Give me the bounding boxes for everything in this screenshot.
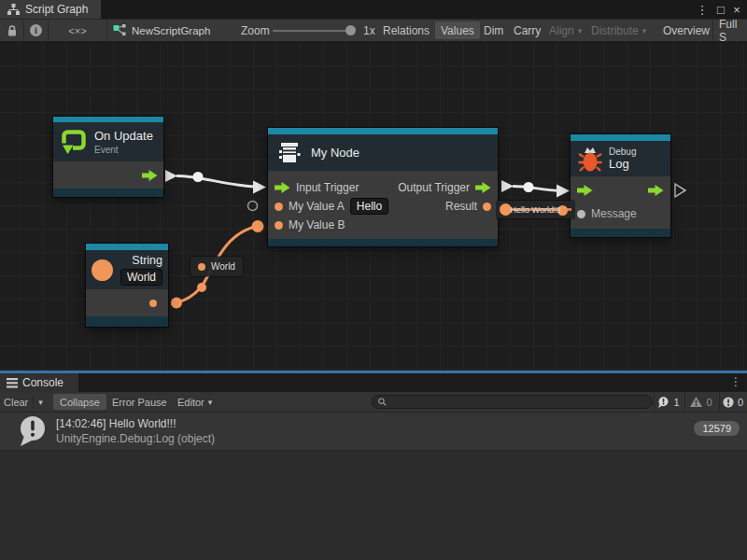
wire-start-triangle <box>501 180 514 192</box>
zoom-label: Zoom <box>241 20 270 41</box>
string-output-port[interactable] <box>149 300 157 307</box>
dim-button[interactable]: Dim <box>484 20 503 41</box>
lock-icon <box>7 24 18 37</box>
node-title: Log <box>609 157 636 171</box>
tab-title: Script Graph <box>25 3 88 16</box>
node-accent-strip <box>86 244 168 250</box>
button-divider <box>33 396 34 408</box>
node-title: On Update <box>94 129 153 143</box>
relations-button[interactable]: Relations <box>383 20 430 41</box>
wire-flow-dot <box>193 172 204 182</box>
warning-count-toggle[interactable]: 0 <box>684 392 717 412</box>
zoom-value: 1x <box>363 20 375 41</box>
input-trigger-port[interactable] <box>577 185 593 196</box>
control-wire-1[interactable] <box>176 175 254 187</box>
chevron-down-icon: ▾ <box>208 398 213 407</box>
wire-arrowhead <box>253 181 266 194</box>
distribute-button[interactable]: Distribute ▾ <box>591 20 646 41</box>
message-port[interactable] <box>577 210 585 218</box>
wire-value-text: World <box>211 261 235 272</box>
info-icon: i <box>30 24 42 36</box>
port-label-output-trigger: Output Trigger <box>398 181 470 194</box>
maximize-button[interactable]: □ <box>713 0 728 19</box>
graph-toolbar: i <×> NewScriptGraph Zoom 1x Relations V… <box>0 19 747 42</box>
search-icon <box>378 398 387 406</box>
string-value-input[interactable]: World <box>120 269 162 286</box>
error-count-toggle[interactable]: 0 <box>719 392 746 412</box>
control-wire-2[interactable] <box>513 187 560 191</box>
tab-script-graph[interactable]: Script Graph <box>0 0 101 19</box>
node-footer <box>86 316 168 327</box>
console-tab-bar: Console ⋮ <box>0 373 747 392</box>
node-accent-strip <box>268 128 498 134</box>
port-label-value-a: My Value A <box>289 200 345 213</box>
input-trigger-port[interactable] <box>275 182 290 193</box>
overview-button[interactable]: Overview <box>663 20 710 41</box>
carry-button[interactable]: Carry <box>514 20 541 41</box>
wire-port-dot <box>171 298 182 309</box>
wire-start-triangle <box>165 170 177 182</box>
info-bubble-icon <box>657 397 669 408</box>
console-search[interactable] <box>372 395 653 409</box>
tab-console[interactable]: Console <box>0 373 78 392</box>
node-string[interactable]: String World <box>86 244 168 327</box>
lock-button[interactable] <box>0 20 24 41</box>
values-button[interactable]: Values <box>435 21 480 39</box>
output-trigger-port[interactable] <box>475 182 491 193</box>
console-tab-title: Console <box>22 376 63 389</box>
wire-value-text: Hello World!!! <box>511 205 561 215</box>
value-b-port[interactable] <box>275 221 283 230</box>
toolbar-divider <box>712 20 713 41</box>
value-a-input[interactable]: Hello <box>350 198 388 215</box>
collapse-button[interactable]: Collapse <box>53 394 106 410</box>
node-on-update[interactable]: On Update Event <box>53 117 163 197</box>
output-trigger-port[interactable] <box>648 185 664 196</box>
value-a-port[interactable] <box>275 203 283 211</box>
wire-flow-dot <box>197 283 206 292</box>
node-footer <box>268 239 498 246</box>
string-type-icon <box>92 259 113 281</box>
chevron-down-icon: ▾ <box>578 26 583 35</box>
unconnected-trigger-triangle[interactable] <box>675 184 685 197</box>
node-title: My Node <box>311 146 359 160</box>
node-header: My Node <box>268 134 498 171</box>
node-subtitle: Event <box>94 145 153 155</box>
port-row <box>571 181 670 200</box>
close-button[interactable]: × <box>729 0 744 19</box>
breadcrumb-graph-name[interactable]: NewScriptGraph <box>132 20 210 41</box>
wire-port-dot <box>252 220 264 232</box>
clear-button[interactable]: Clear ▾ <box>4 392 43 412</box>
fullscreen-button[interactable]: Full S <box>719 20 747 41</box>
unconnected-port-ring[interactable] <box>248 202 258 211</box>
port-label-result: Result <box>445 200 477 213</box>
console-icon <box>7 378 18 388</box>
error-icon <box>723 397 734 408</box>
graph-canvas[interactable]: On Update Event My Node <box>0 43 747 371</box>
zoom-slider-track[interactable] <box>273 30 351 32</box>
console-toolbar: Clear ▾ Collapse Error Pause Editor ▾ 1 <box>0 392 747 413</box>
align-button[interactable]: Align ▾ <box>549 20 582 41</box>
console-log-list: [14:02:46] Hello World!!! UnityEngine.De… <box>0 413 747 560</box>
node-header: String World <box>86 250 168 289</box>
port-row: My Value B <box>268 216 498 234</box>
output-trigger-port[interactable] <box>142 170 158 181</box>
search-input[interactable] <box>390 397 646 407</box>
error-pause-button[interactable]: Error Pause <box>112 392 167 412</box>
console-menu-button[interactable]: ⋮ <box>730 375 741 388</box>
log-entry-row[interactable]: [14:02:46] Hello World!!! UnityEngine.De… <box>0 413 747 451</box>
node-accent-strip <box>571 134 670 141</box>
my-node-icon <box>275 141 303 165</box>
info-count-toggle[interactable]: 1 <box>654 392 683 412</box>
edit-source-button[interactable]: <×> <box>49 20 107 41</box>
port-label-input-trigger: Input Trigger <box>296 181 359 194</box>
zoom-slider-handle[interactable] <box>345 25 356 35</box>
result-port[interactable] <box>483 203 491 211</box>
editor-dropdown[interactable]: Editor ▾ <box>177 392 212 412</box>
port-row: My Value A Hello Result <box>268 197 498 216</box>
align-label: Align <box>549 24 574 37</box>
window-menu-button[interactable]: ⋮ <box>695 0 710 19</box>
node-my-node[interactable]: My Node Input Trigger Output Trigger My … <box>268 128 498 246</box>
inspect-button[interactable]: i <box>24 20 49 41</box>
value-dot <box>198 263 205 271</box>
node-debug-log[interactable]: Debug Log Message <box>571 134 670 237</box>
